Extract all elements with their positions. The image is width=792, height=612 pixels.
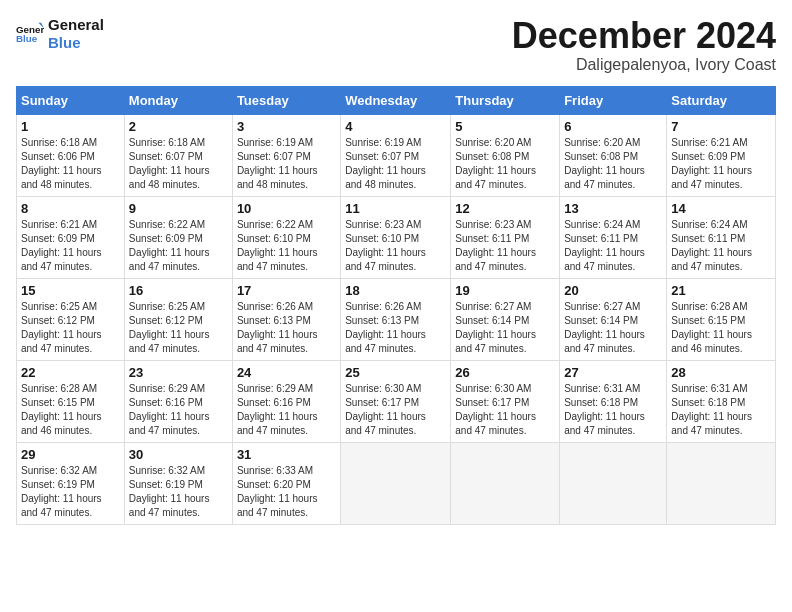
day-number: 30 bbox=[129, 447, 228, 462]
calendar-cell: 20Sunrise: 6:27 AM Sunset: 6:14 PM Dayli… bbox=[560, 278, 667, 360]
calendar-header-row: SundayMondayTuesdayWednesdayThursdayFrid… bbox=[17, 86, 776, 114]
day-detail: Sunrise: 6:19 AM Sunset: 6:07 PM Dayligh… bbox=[345, 136, 446, 192]
day-number: 12 bbox=[455, 201, 555, 216]
day-number: 27 bbox=[564, 365, 662, 380]
day-number: 28 bbox=[671, 365, 771, 380]
column-header-friday: Friday bbox=[560, 86, 667, 114]
day-detail: Sunrise: 6:19 AM Sunset: 6:07 PM Dayligh… bbox=[237, 136, 336, 192]
day-detail: Sunrise: 6:26 AM Sunset: 6:13 PM Dayligh… bbox=[345, 300, 446, 356]
calendar-cell: 25Sunrise: 6:30 AM Sunset: 6:17 PM Dayli… bbox=[341, 360, 451, 442]
day-number: 29 bbox=[21, 447, 120, 462]
month-title: December 2024 bbox=[512, 16, 776, 56]
calendar-cell: 1Sunrise: 6:18 AM Sunset: 6:06 PM Daylig… bbox=[17, 114, 125, 196]
calendar-cell bbox=[451, 442, 560, 524]
day-detail: Sunrise: 6:25 AM Sunset: 6:12 PM Dayligh… bbox=[129, 300, 228, 356]
column-header-tuesday: Tuesday bbox=[232, 86, 340, 114]
calendar-cell: 28Sunrise: 6:31 AM Sunset: 6:18 PM Dayli… bbox=[667, 360, 776, 442]
header: General Blue General Blue December 2024 … bbox=[16, 16, 776, 74]
day-number: 4 bbox=[345, 119, 446, 134]
svg-text:Blue: Blue bbox=[16, 33, 38, 44]
day-detail: Sunrise: 6:25 AM Sunset: 6:12 PM Dayligh… bbox=[21, 300, 120, 356]
calendar-cell: 8Sunrise: 6:21 AM Sunset: 6:09 PM Daylig… bbox=[17, 196, 125, 278]
calendar-week-row: 1Sunrise: 6:18 AM Sunset: 6:06 PM Daylig… bbox=[17, 114, 776, 196]
day-number: 22 bbox=[21, 365, 120, 380]
day-number: 23 bbox=[129, 365, 228, 380]
calendar-cell: 26Sunrise: 6:30 AM Sunset: 6:17 PM Dayli… bbox=[451, 360, 560, 442]
day-number: 1 bbox=[21, 119, 120, 134]
day-detail: Sunrise: 6:27 AM Sunset: 6:14 PM Dayligh… bbox=[564, 300, 662, 356]
calendar-cell: 4Sunrise: 6:19 AM Sunset: 6:07 PM Daylig… bbox=[341, 114, 451, 196]
day-number: 2 bbox=[129, 119, 228, 134]
calendar-cell: 10Sunrise: 6:22 AM Sunset: 6:10 PM Dayli… bbox=[232, 196, 340, 278]
day-number: 9 bbox=[129, 201, 228, 216]
day-detail: Sunrise: 6:23 AM Sunset: 6:11 PM Dayligh… bbox=[455, 218, 555, 274]
calendar-cell: 30Sunrise: 6:32 AM Sunset: 6:19 PM Dayli… bbox=[124, 442, 232, 524]
day-detail: Sunrise: 6:28 AM Sunset: 6:15 PM Dayligh… bbox=[671, 300, 771, 356]
calendar-cell: 31Sunrise: 6:33 AM Sunset: 6:20 PM Dayli… bbox=[232, 442, 340, 524]
day-number: 8 bbox=[21, 201, 120, 216]
column-header-monday: Monday bbox=[124, 86, 232, 114]
column-header-saturday: Saturday bbox=[667, 86, 776, 114]
calendar-cell bbox=[560, 442, 667, 524]
calendar-cell: 29Sunrise: 6:32 AM Sunset: 6:19 PM Dayli… bbox=[17, 442, 125, 524]
calendar-cell: 22Sunrise: 6:28 AM Sunset: 6:15 PM Dayli… bbox=[17, 360, 125, 442]
calendar-cell bbox=[667, 442, 776, 524]
day-detail: Sunrise: 6:22 AM Sunset: 6:10 PM Dayligh… bbox=[237, 218, 336, 274]
calendar-cell: 2Sunrise: 6:18 AM Sunset: 6:07 PM Daylig… bbox=[124, 114, 232, 196]
day-number: 5 bbox=[455, 119, 555, 134]
calendar-cell: 11Sunrise: 6:23 AM Sunset: 6:10 PM Dayli… bbox=[341, 196, 451, 278]
day-detail: Sunrise: 6:32 AM Sunset: 6:19 PM Dayligh… bbox=[21, 464, 120, 520]
column-header-sunday: Sunday bbox=[17, 86, 125, 114]
column-header-wednesday: Wednesday bbox=[341, 86, 451, 114]
day-detail: Sunrise: 6:23 AM Sunset: 6:10 PM Dayligh… bbox=[345, 218, 446, 274]
day-number: 17 bbox=[237, 283, 336, 298]
day-detail: Sunrise: 6:18 AM Sunset: 6:07 PM Dayligh… bbox=[129, 136, 228, 192]
day-detail: Sunrise: 6:28 AM Sunset: 6:15 PM Dayligh… bbox=[21, 382, 120, 438]
day-number: 15 bbox=[21, 283, 120, 298]
day-number: 14 bbox=[671, 201, 771, 216]
day-detail: Sunrise: 6:26 AM Sunset: 6:13 PM Dayligh… bbox=[237, 300, 336, 356]
day-number: 16 bbox=[129, 283, 228, 298]
logo: General Blue General Blue bbox=[16, 16, 104, 52]
day-detail: Sunrise: 6:18 AM Sunset: 6:06 PM Dayligh… bbox=[21, 136, 120, 192]
calendar-cell: 18Sunrise: 6:26 AM Sunset: 6:13 PM Dayli… bbox=[341, 278, 451, 360]
day-detail: Sunrise: 6:33 AM Sunset: 6:20 PM Dayligh… bbox=[237, 464, 336, 520]
day-detail: Sunrise: 6:27 AM Sunset: 6:14 PM Dayligh… bbox=[455, 300, 555, 356]
calendar-cell: 21Sunrise: 6:28 AM Sunset: 6:15 PM Dayli… bbox=[667, 278, 776, 360]
day-detail: Sunrise: 6:29 AM Sunset: 6:16 PM Dayligh… bbox=[237, 382, 336, 438]
column-header-thursday: Thursday bbox=[451, 86, 560, 114]
day-detail: Sunrise: 6:22 AM Sunset: 6:09 PM Dayligh… bbox=[129, 218, 228, 274]
day-number: 20 bbox=[564, 283, 662, 298]
day-number: 24 bbox=[237, 365, 336, 380]
calendar-cell: 14Sunrise: 6:24 AM Sunset: 6:11 PM Dayli… bbox=[667, 196, 776, 278]
day-number: 18 bbox=[345, 283, 446, 298]
title-area: December 2024 Daligepalenyoa, Ivory Coas… bbox=[512, 16, 776, 74]
day-number: 19 bbox=[455, 283, 555, 298]
day-detail: Sunrise: 6:21 AM Sunset: 6:09 PM Dayligh… bbox=[671, 136, 771, 192]
day-number: 31 bbox=[237, 447, 336, 462]
day-detail: Sunrise: 6:24 AM Sunset: 6:11 PM Dayligh… bbox=[564, 218, 662, 274]
calendar-cell: 12Sunrise: 6:23 AM Sunset: 6:11 PM Dayli… bbox=[451, 196, 560, 278]
day-number: 25 bbox=[345, 365, 446, 380]
calendar-cell bbox=[341, 442, 451, 524]
calendar-week-row: 22Sunrise: 6:28 AM Sunset: 6:15 PM Dayli… bbox=[17, 360, 776, 442]
day-number: 7 bbox=[671, 119, 771, 134]
day-number: 26 bbox=[455, 365, 555, 380]
logo-icon: General Blue bbox=[16, 20, 44, 48]
calendar-cell: 7Sunrise: 6:21 AM Sunset: 6:09 PM Daylig… bbox=[667, 114, 776, 196]
day-detail: Sunrise: 6:30 AM Sunset: 6:17 PM Dayligh… bbox=[455, 382, 555, 438]
day-detail: Sunrise: 6:31 AM Sunset: 6:18 PM Dayligh… bbox=[564, 382, 662, 438]
calendar-cell: 3Sunrise: 6:19 AM Sunset: 6:07 PM Daylig… bbox=[232, 114, 340, 196]
day-detail: Sunrise: 6:20 AM Sunset: 6:08 PM Dayligh… bbox=[455, 136, 555, 192]
day-detail: Sunrise: 6:24 AM Sunset: 6:11 PM Dayligh… bbox=[671, 218, 771, 274]
calendar-cell: 9Sunrise: 6:22 AM Sunset: 6:09 PM Daylig… bbox=[124, 196, 232, 278]
day-number: 10 bbox=[237, 201, 336, 216]
day-detail: Sunrise: 6:32 AM Sunset: 6:19 PM Dayligh… bbox=[129, 464, 228, 520]
calendar-cell: 5Sunrise: 6:20 AM Sunset: 6:08 PM Daylig… bbox=[451, 114, 560, 196]
calendar-cell: 24Sunrise: 6:29 AM Sunset: 6:16 PM Dayli… bbox=[232, 360, 340, 442]
calendar-week-row: 8Sunrise: 6:21 AM Sunset: 6:09 PM Daylig… bbox=[17, 196, 776, 278]
day-detail: Sunrise: 6:31 AM Sunset: 6:18 PM Dayligh… bbox=[671, 382, 771, 438]
calendar: SundayMondayTuesdayWednesdayThursdayFrid… bbox=[16, 86, 776, 525]
calendar-week-row: 15Sunrise: 6:25 AM Sunset: 6:12 PM Dayli… bbox=[17, 278, 776, 360]
day-detail: Sunrise: 6:20 AM Sunset: 6:08 PM Dayligh… bbox=[564, 136, 662, 192]
